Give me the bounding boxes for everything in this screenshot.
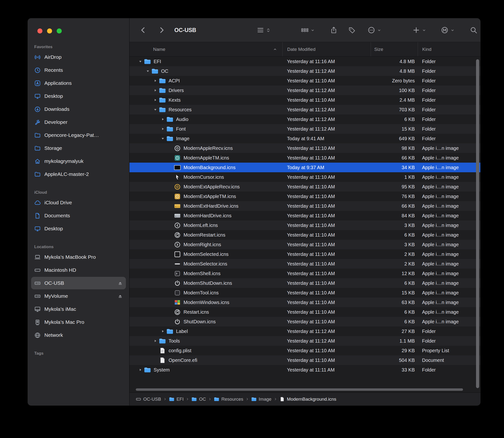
disclosure-open-icon[interactable] [152,107,159,112]
eject-icon[interactable] [117,294,123,299]
sidebar-item-mykolagrymalyuk[interactable]: mykolagrymalyuk [31,155,126,167]
sidebar-item-applications[interactable]: Applications [31,77,126,89]
account-control[interactable] [441,26,454,34]
file-row-modernharddrive-icns[interactable]: ModernHardDrive.icnsYesterday at 11:10 A… [129,211,480,220]
file-row-tools[interactable]: ToolsYesterday at 11:12 AM1.1 MBFolder [129,336,480,346]
file-row-modernshutdown-icns[interactable]: ModernShutDown.icnsYesterday at 11:10 AM… [129,278,480,288]
column-header-kind[interactable]: Kind [418,42,480,56]
view-options-control[interactable] [257,26,270,34]
sidebar-item-opencore-legacy-pat[interactable]: Opencore-Legacy-Pat… [31,129,126,142]
disclosure-closed-icon[interactable] [159,117,166,122]
breadcrumb-item-modernbackground-icns[interactable]: ModernBackground.icns [279,396,336,402]
file-row-modernselected-icns[interactable]: ModernSelected.icnsYesterday at 11:10 AM… [129,249,480,259]
sidebar-item-applealc-master-2[interactable]: AppleALC-master-2 [31,168,126,180]
sidebar-item-downloads[interactable]: Downloads [31,103,126,115]
disclosure-closed-icon[interactable] [152,88,159,93]
new-item-control[interactable] [412,26,426,34]
breadcrumb-icon [169,396,174,402]
disclosure-closed-icon[interactable] [152,98,159,102]
disclosure-closed-icon[interactable] [159,126,166,131]
disclosure-closed-icon[interactable] [159,329,166,334]
sidebar-item-mykola-s-macbook-pro[interactable]: Mykola’s MacBook Pro [31,251,126,263]
toolbar: OC-USB [129,18,480,42]
chevron-down-icon [378,28,381,32]
search-button[interactable] [470,26,478,34]
vertical-scrollbar[interactable] [476,59,479,388]
breadcrumb-item-oc-usb[interactable]: OC-USB [136,396,161,402]
file-row-modernextapplerecv-icns[interactable]: ModernExtAppleRecv.icnsYesterday at 11:1… [129,182,480,192]
file-row-modernwindows-icns[interactable]: ModernWindows.icnsYesterday at 11:10 AM6… [129,297,480,307]
size-cell: 27 KB [371,328,418,334]
file-row-acpi[interactable]: ACPIYesterday at 11:10 AMZero bytesFolde… [129,76,480,86]
group-by-control[interactable] [301,26,314,34]
file-row-kexts[interactable]: KextsYesterday at 11:10 AM2.4 MBFolder [129,95,480,105]
sidebar-item-network[interactable]: Network [31,329,126,341]
column-header-size[interactable]: Size [371,42,418,56]
sidebar-item-airdrop[interactable]: AirDrop [31,51,126,63]
file-row-moderntool-icns[interactable]: ModernTool.icnsYesterday at 11:10 AM15 K… [129,288,480,297]
file-row-modernleft-icns[interactable]: ModernLeft.icnsYesterday at 11:10 AM3 KB… [129,220,480,230]
minimize-button[interactable] [47,28,52,33]
disclosure-closed-icon[interactable] [152,339,159,343]
file-row-modernextappletm-icns[interactable]: ModernExtAppleTM.icnsYesterday at 11:10 … [129,192,480,201]
sidebar-item-macintosh-hd[interactable]: Macintosh HD [31,264,126,276]
disclosure-closed-icon[interactable] [152,78,159,83]
file-row-resources[interactable]: ResourcesYesterday at 11:12 AM703 KBFold… [129,105,480,114]
sidebar-item-recents[interactable]: Recents [31,64,126,76]
file-row-efi[interactable]: EFIYesterday at 11:16 AM4.8 MBFolder [129,57,480,66]
file-row-shutdown-icns[interactable]: ShutDown.icnsYesterday at 11:10 AM6 KBAp… [129,317,480,327]
file-row-modernright-icns[interactable]: ModernRight.icnsYesterday at 11:10 AM3 K… [129,240,480,249]
eject-icon[interactable] [117,280,123,286]
sidebar-item-mykola-s-mac-pro[interactable]: Mykola’s Mac Pro [31,316,126,328]
sidebar-item-developer[interactable]: Developer [31,116,126,128]
sidebar-item-desktop[interactable]: Desktop [31,90,126,102]
breadcrumb-item-resources[interactable]: Resources [214,396,243,402]
sidebar-item-oc-usb[interactable]: OC-USB [31,277,126,289]
breadcrumb-item-image[interactable]: Image [251,396,272,402]
zoom-button[interactable] [57,28,62,33]
file-row-modernrestart-icns[interactable]: ModernRestart.icnsYesterday at 11:10 AM6… [129,230,480,240]
file-row-audio[interactable]: AudioYesterday at 11:12 AM6 KBFolder [129,114,480,124]
file-row-image[interactable]: ImageToday at 9:41 AM649 KBFolder [129,134,480,143]
close-button[interactable] [37,28,42,33]
sidebar-item-storage[interactable]: Storage [31,142,126,154]
group-grid-icon [301,26,309,34]
file-row-opencore-efi[interactable]: OpenCore.efiYesterday at 11:10 AM504 KBD… [129,355,480,365]
file-row-system[interactable]: SystemYesterday at 11:11 AM33 KBFolder [129,365,480,375]
sidebar-item-documents[interactable]: Documents [31,209,126,222]
sidebar-item-icloud-drive[interactable]: iCloud Drive [31,196,126,209]
file-row-drivers[interactable]: DriversYesterday at 11:12 AM100 KBFolder [129,86,480,95]
column-header-date-modified[interactable]: Date Modified [282,42,371,56]
disclosure-open-icon[interactable] [144,69,151,74]
more-actions-control[interactable] [367,26,381,34]
disclosure-open-icon[interactable] [159,136,166,141]
size-cell: 12 KB [371,271,418,276]
sidebar-item-myvolume[interactable]: MyVolume [31,290,126,302]
file-row-modernextharddrive-icns[interactable]: ModernExtHardDrive.icnsYesterday at 11:1… [129,201,480,211]
column-header-name[interactable]: Name [129,42,282,56]
file-row-moderncursor-icns[interactable]: ModernCursor.icnsYesterday at 11:10 AM1 … [129,172,480,182]
breadcrumb-item-efi[interactable]: EFI [169,396,184,402]
back-button[interactable] [139,26,147,34]
file-row-restart-icns[interactable]: Restart.icnsYesterday at 11:10 AM6 KBApp… [129,307,480,317]
sidebar-item-desktop[interactable]: Desktop [31,222,126,235]
share-button[interactable] [330,26,338,34]
horizontal-scrollbar[interactable] [136,388,463,391]
file-row-modernappletm-icns[interactable]: ModernAppleTM.icnsYesterday at 11:10 AM6… [129,153,480,163]
file-row-config-plist[interactable]: config.plistYesterday at 11:10 AM29 KBPr… [129,346,480,355]
file-row-font[interactable]: FontYesterday at 11:12 AM15 KBFolder [129,124,480,134]
file-row-modernshell-icns[interactable]: ModernShell.icnsYesterday at 11:10 AM12 … [129,269,480,278]
forward-button[interactable] [158,26,166,34]
tags-button[interactable] [348,26,356,34]
file-row-label[interactable]: LabelYesterday at 11:12 AM27 KBFolder [129,327,480,336]
file-row-modernbackground-icns[interactable]: ModernBackground.icnsToday at 9:37 AM34 … [129,163,480,172]
breadcrumb-item-oc[interactable]: OC [192,396,206,402]
disclosure-closed-icon[interactable] [137,367,144,372]
file-row-modernselector-icns[interactable]: ModernSelector.icnsYesterday at 11:10 AM… [129,259,480,269]
file-row-oc[interactable]: OCYesterday at 11:12 AM4.8 MBFolder [129,66,480,76]
disclosure-open-icon[interactable] [137,59,144,64]
file-name-cell: ModernExtAppleRecv.icns [129,183,282,190]
file-row-modernapplerecv-icns[interactable]: ModernAppleRecv.icnsYesterday at 11:10 A… [129,143,480,153]
sidebar-item-mykola-s-imac[interactable]: Mykola’s iMac [31,303,126,315]
sidebar-item-label: AirDrop [44,54,61,60]
